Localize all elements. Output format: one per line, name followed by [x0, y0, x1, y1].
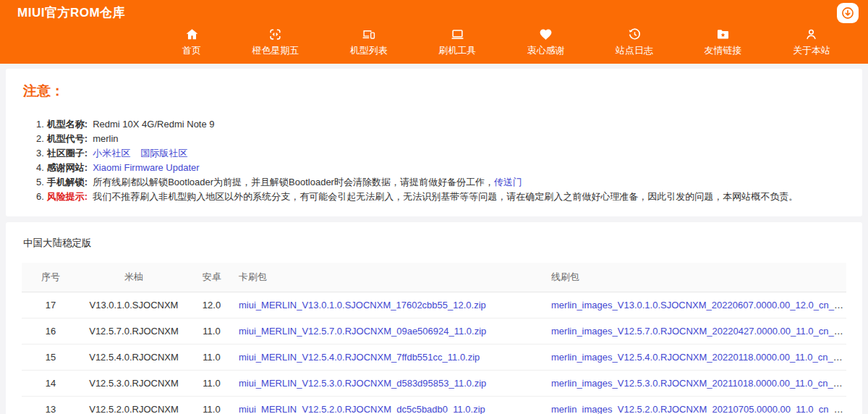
- recovery-package-link[interactable]: miui_MERLIN_V12.5.4.0.RJOCNXM_7ffdb551cc…: [239, 352, 480, 363]
- recovery-package-link[interactable]: miui_MERLIN_V13.0.1.0.SJOCNXM_17602cbb55…: [239, 300, 486, 310]
- nav-item-label: 关于本站: [793, 44, 830, 57]
- intl-community-link[interactable]: 国际版社区: [140, 148, 187, 159]
- notice-item-value: 我们不推荐刷入非机型购入地区以外的系统分支，有可能会引起无法刷入，无法识别基带等…: [93, 191, 798, 202]
- nav-item-label: 橙色星期五: [252, 44, 299, 57]
- column-header-recovery: 卡刷包: [235, 263, 548, 292]
- unlock-portal-link[interactable]: 传送门: [494, 177, 522, 187]
- main-nav: 首页橙色星期五机型列表刷机工具衷心感谢站点日志友情链接关于本站: [182, 28, 830, 57]
- cell-index: 14: [22, 370, 80, 396]
- list-number: 2.: [36, 133, 44, 144]
- table-row: 15V12.5.4.0.RJOCNXM11.0miui_MERLIN_V12.5…: [22, 344, 846, 370]
- nav-item-site-log[interactable]: 站点日志: [616, 28, 653, 57]
- nav-item-label: 首页: [182, 44, 201, 57]
- column-header-fastboot: 线刷包: [548, 263, 846, 292]
- notice-item-thanks-site: 4.感谢网站:Xiaomi Firmware Updater: [36, 161, 845, 175]
- notice-item-label: 手机解锁:: [47, 177, 88, 187]
- notice-item-model-name: 1.机型名称:Redmi 10X 4G/Redmi Note 9: [36, 117, 845, 132]
- cell-android-version: 11.0: [188, 396, 235, 414]
- recovery-package-link[interactable]: miui_MERLIN_V12.5.7.0.RJOCNXM_09ae506924…: [239, 326, 486, 337]
- person-icon: [804, 28, 818, 42]
- cell-fastboot-package: merlin_images_V12.5.2.0.RJOCNXM_20210705…: [548, 396, 846, 414]
- sync-icon: [268, 28, 282, 42]
- table-row: 16V12.5.7.0.RJOCNXM11.0miui_MERLIN_V12.5…: [22, 318, 846, 344]
- recovery-package-link[interactable]: miui_MERLIN_V12.5.3.0.RJOCNXM_d583d95853…: [239, 378, 486, 389]
- notice-item-community: 3.社区圈子:小米社区国际版社区: [36, 146, 845, 161]
- cell-miui-version: V12.5.7.0.RJOCNXM: [80, 318, 188, 344]
- list-number: 4.: [36, 162, 44, 173]
- heart-icon: [539, 28, 553, 42]
- cell-miui-version: V12.5.3.0.RJOCNXM: [80, 370, 188, 396]
- rom-list-card: 中国大陆稳定版 序号 米柚 安卓 卡刷包 线刷包 17V13.0.1.0.SJO…: [6, 222, 862, 414]
- notice-item-label: 机型代号:: [47, 133, 88, 144]
- nav-item-friend-links[interactable]: 友情链接: [705, 28, 742, 57]
- list-number: 5.: [36, 177, 44, 187]
- cell-miui-version: V13.0.1.0.SJOCNXM: [80, 292, 188, 318]
- cell-fastboot-package: merlin_images_V12.5.7.0.RJOCNXM_20220427…: [548, 318, 846, 344]
- notice-item-value: merlin: [93, 133, 118, 144]
- nav-item-about[interactable]: 关于本站: [793, 28, 830, 57]
- list-number: 3.: [36, 148, 44, 159]
- table-row: 14V12.5.3.0.RJOCNXM11.0miui_MERLIN_V12.5…: [22, 370, 846, 396]
- recovery-package-link[interactable]: miui_MERLIN_V12.5.2.0.RJOCNXM_dc5c5badb0…: [239, 404, 485, 414]
- list-number: 6.: [36, 191, 44, 202]
- fastboot-package-link[interactable]: merlin_images_V12.5.2.0.RJOCNXM_20210705…: [551, 404, 846, 414]
- download-icon: [841, 6, 855, 20]
- notice-card: 注意： 1.机型名称:Redmi 10X 4G/Redmi Note 9 2.机…: [6, 69, 862, 216]
- column-header-miui: 米柚: [80, 263, 188, 292]
- column-header-no: 序号: [22, 263, 80, 292]
- nav-item-home[interactable]: 首页: [182, 28, 201, 57]
- devices-icon: [362, 28, 375, 42]
- cell-android-version: 12.0: [188, 292, 235, 318]
- notice-item-risk: 6.风险提示:我们不推荐刷入非机型购入地区以外的系统分支，有可能会引起无法刷入，…: [36, 190, 845, 204]
- nav-item-label: 站点日志: [616, 44, 653, 57]
- mi-community-link[interactable]: 小米社区: [93, 148, 130, 159]
- table-row: 13V12.5.2.0.RJOCNXM11.0miui_MERLIN_V12.5…: [22, 396, 846, 414]
- cell-android-version: 11.0: [188, 344, 235, 370]
- cell-miui-version: V12.5.4.0.RJOCNXM: [80, 344, 188, 370]
- cell-recovery-package: miui_MERLIN_V12.5.4.0.RJOCNXM_7ffdb551cc…: [235, 344, 548, 370]
- fastboot-package-link[interactable]: merlin_images_V12.5.4.0.RJOCNXM_20220118…: [551, 352, 846, 363]
- fastboot-package-link[interactable]: merlin_images_V12.5.3.0.RJOCNXM_20211018…: [551, 378, 846, 389]
- cell-recovery-package: miui_MERLIN_V12.5.3.0.RJOCNXM_d583d95853…: [235, 370, 548, 396]
- cell-recovery-package: miui_MERLIN_V13.0.1.0.SJOCNXM_17602cbb55…: [235, 292, 548, 318]
- firmware-updater-link[interactable]: Xiaomi Firmware Updater: [93, 162, 199, 173]
- list-number: 1.: [36, 119, 44, 130]
- cell-recovery-package: miui_MERLIN_V12.5.2.0.RJOCNXM_dc5c5badb0…: [235, 396, 548, 414]
- cell-android-version: 11.0: [188, 370, 235, 396]
- notice-heading: 注意：: [23, 82, 845, 101]
- notice-item-label: 感谢网站:: [47, 162, 88, 173]
- nav-item-label: 机型列表: [350, 44, 388, 57]
- folder-star-icon: [716, 28, 730, 42]
- cell-index: 17: [22, 292, 80, 318]
- cell-index: 16: [22, 318, 80, 344]
- notice-item-label: 社区圈子:: [47, 148, 88, 159]
- fastboot-package-link[interactable]: merlin_images_V13.0.1.0.SJOCNXM_20220607…: [551, 300, 846, 310]
- rom-table-body: 17V13.0.1.0.SJOCNXM12.0miui_MERLIN_V13.0…: [22, 292, 846, 414]
- risk-warning-label: 风险提示:: [47, 191, 88, 202]
- cell-index: 15: [22, 344, 80, 370]
- nav-item-label: 衷心感谢: [527, 44, 565, 57]
- site-title: MIUI官方ROM仓库: [17, 4, 125, 21]
- nav-item-thanks[interactable]: 衷心感谢: [527, 28, 565, 57]
- download-button[interactable]: [837, 3, 859, 23]
- rom-table: 序号 米柚 安卓 卡刷包 线刷包 17V13.0.1.0.SJOCNXM12.0…: [22, 263, 846, 414]
- nav-item-device-list[interactable]: 机型列表: [350, 28, 388, 57]
- notice-item-value: 所有线刷都以解锁Bootloader为前提，并且解锁Bootloader时会清除…: [93, 177, 494, 187]
- rom-table-head: 序号 米柚 安卓 卡刷包 线刷包: [22, 263, 846, 292]
- column-header-android: 安卓: [188, 263, 235, 292]
- nav-item-flash-tools[interactable]: 刷机工具: [438, 28, 476, 57]
- nav-item-orange-friday[interactable]: 橙色星期五: [252, 28, 299, 57]
- table-row: 17V13.0.1.0.SJOCNXM12.0miui_MERLIN_V13.0…: [22, 292, 846, 318]
- home-icon: [185, 28, 199, 42]
- notice-item-value: Redmi 10X 4G/Redmi Note 9: [93, 119, 214, 130]
- notice-item-codename: 2.机型代号:merlin: [36, 132, 845, 146]
- cell-miui-version: V12.5.2.0.RJOCNXM: [80, 396, 188, 414]
- fastboot-package-link[interactable]: merlin_images_V12.5.7.0.RJOCNXM_20220427…: [551, 326, 846, 337]
- rom-section-title: 中国大陆稳定版: [23, 237, 845, 250]
- cell-android-version: 11.0: [188, 318, 235, 344]
- cell-index: 13: [22, 396, 80, 414]
- nav-item-label: 刷机工具: [438, 44, 476, 57]
- cell-fastboot-package: merlin_images_V12.5.4.0.RJOCNXM_20220118…: [548, 344, 846, 370]
- notice-item-unlock: 5.手机解锁:所有线刷都以解锁Bootloader为前提，并且解锁Bootloa…: [36, 175, 845, 190]
- notice-item-label: 机型名称:: [47, 119, 88, 130]
